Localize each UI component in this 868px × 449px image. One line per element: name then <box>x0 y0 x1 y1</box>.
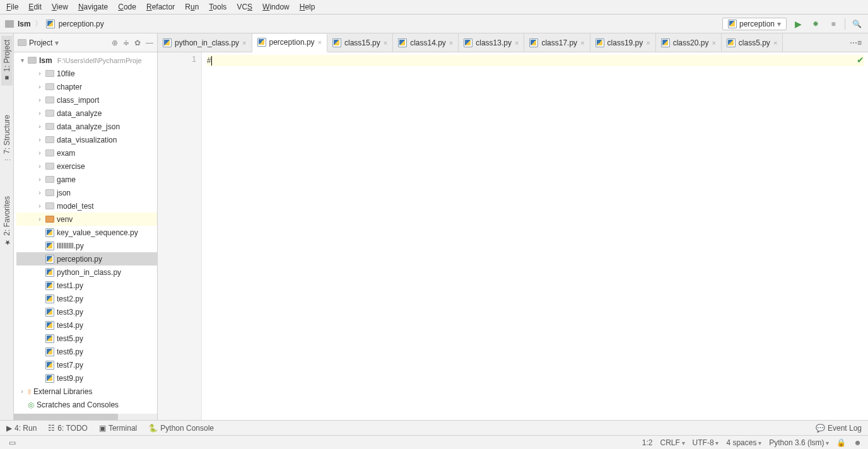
tree-file-test5-py[interactable]: test5.py <box>16 332 157 345</box>
tabs-overflow-icon[interactable]: ⋯≡ <box>846 38 865 47</box>
interpreter-selector[interactable]: Python 3.6 (lsm) <box>769 438 829 447</box>
close-tab-icon[interactable]: × <box>384 39 387 47</box>
tool-tab-structure[interactable]: ⋮ 7: Structure <box>1 111 13 167</box>
file-encoding[interactable]: UTF-8 <box>693 438 719 447</box>
close-tab-icon[interactable]: × <box>580 39 584 47</box>
run-button[interactable]: ▶ <box>792 18 804 30</box>
tree-folder-data_analyze[interactable]: › data_analyze <box>16 107 157 120</box>
tree-folder-class_import[interactable]: › class_import <box>16 93 157 107</box>
editor-tabs: python_in_class.py×perception.py×class15… <box>158 33 868 52</box>
editor-tab-class14-py[interactable]: class14.py× <box>393 33 459 52</box>
tree-folder-data_analyze_json[interactable]: › data_analyze_json <box>16 120 157 133</box>
breadcrumb-file[interactable]: perception.py <box>59 20 104 28</box>
lock-icon[interactable]: 🔒 <box>836 438 846 447</box>
editor-tab-class15-py[interactable]: class15.py× <box>327 33 393 52</box>
search-everywhere-button[interactable]: 🔍 <box>850 18 863 30</box>
menu-file[interactable]: File <box>6 3 18 11</box>
tree-folder-venv[interactable]: › venv <box>16 213 157 226</box>
navigation-toolbar: lsm 〉 perception.py perception ▾ ▶ ✸ ■ 🔍 <box>0 15 868 33</box>
collapse-icon[interactable]: ≑ <box>123 38 129 47</box>
tool-tab-favorites[interactable]: ★ 2: Favorites <box>1 192 13 250</box>
close-tab-icon[interactable]: × <box>515 39 519 47</box>
tool-tab-todo[interactable]: ☷ 6: TODO <box>48 424 88 433</box>
tree-file-test9-py[interactable]: test9.py <box>16 371 157 385</box>
menu-help[interactable]: Help <box>300 3 315 11</box>
chevron-down-icon[interactable]: ▾ <box>55 38 59 47</box>
code-editor[interactable]: 1 # ✔ <box>158 52 868 420</box>
hector-icon[interactable]: ☻ <box>853 438 862 447</box>
close-tab-icon[interactable]: × <box>449 39 453 47</box>
close-tab-icon[interactable]: × <box>712 39 715 47</box>
tree-folder-10file[interactable]: › 10file <box>16 67 157 80</box>
indent-setting[interactable]: 4 spaces <box>726 438 761 447</box>
tree-file-test2-py[interactable]: test2.py <box>16 292 157 305</box>
python-file-icon <box>163 38 172 47</box>
project-pane-title[interactable]: Project <box>29 38 52 47</box>
editor-tab-python_in_class-py[interactable]: python_in_class.py× <box>158 33 252 52</box>
folder-icon <box>5 20 14 28</box>
tree-folder-model_test[interactable]: › model_test <box>16 199 157 213</box>
editor-tab-class13-py[interactable]: class13.py× <box>459 33 524 52</box>
tree-file-test1-py[interactable]: test1.py <box>16 279 157 292</box>
stop-button: ■ <box>827 18 840 30</box>
editor-tab-class5-py[interactable]: class5.py× <box>722 33 783 52</box>
menu-edit[interactable]: Edit <box>28 3 42 11</box>
tree-file-test3-py[interactable]: test3.py <box>16 305 157 318</box>
menu-view[interactable]: View <box>52 3 68 11</box>
tool-tab-project[interactable]: ■ 1: Project <box>1 36 13 86</box>
close-tab-icon[interactable]: × <box>318 38 322 46</box>
inspection-ok-icon[interactable]: ✔ <box>857 55 864 65</box>
locate-icon[interactable]: ⊕ <box>112 38 118 47</box>
menu-code[interactable]: Code <box>118 3 136 11</box>
tree-folder-data_visualization[interactable]: › data_visualization <box>16 133 157 146</box>
editor-tab-perception-py[interactable]: perception.py× <box>252 34 327 52</box>
tree-file-test4-py[interactable]: test4.py <box>16 318 157 332</box>
cursor-position[interactable]: 1:2 <box>642 438 653 447</box>
horizontal-scrollbar[interactable] <box>14 414 157 420</box>
menu-navigate[interactable]: Navigate <box>78 3 108 11</box>
editor-gutter: 1 <box>158 52 202 420</box>
hide-icon[interactable]: — <box>146 38 153 47</box>
editor-tab-class20-py[interactable]: class20.py× <box>656 33 722 52</box>
event-log-button[interactable]: 💬 Event Log <box>816 424 862 433</box>
tool-tab-python-console[interactable]: 🐍 Python Console <box>148 424 214 433</box>
editor-tab-class19-py[interactable]: class19.py× <box>590 33 656 52</box>
line-number: 1 <box>158 55 196 64</box>
line-separator[interactable]: CRLF <box>660 438 684 447</box>
menu-tools[interactable]: Tools <box>209 3 226 11</box>
tree-file-python_in_class-py[interactable]: python_in_class.py <box>16 265 157 279</box>
tool-tab-terminal[interactable]: ▣ Terminal <box>99 424 137 433</box>
tree-file-llllllllll-py[interactable]: llllllllll.py <box>16 239 157 252</box>
tree-folder-chapter[interactable]: › chapter <box>16 80 157 93</box>
tree-external-libraries[interactable]: ›⫴ External Libraries <box>16 385 157 398</box>
close-tab-icon[interactable]: × <box>646 39 650 47</box>
close-tab-icon[interactable]: × <box>242 39 246 47</box>
tree-file-test7-py[interactable]: test7.py <box>16 358 157 371</box>
tree-folder-game[interactable]: › game <box>16 173 157 186</box>
python-file-icon <box>727 38 736 47</box>
breadcrumb-root[interactable]: lsm <box>18 20 31 28</box>
tree-root[interactable]: ▾ lsmF:\Users\dell\PycharmProje <box>16 54 157 67</box>
project-tree[interactable]: ▾ lsmF:\Users\dell\PycharmProje› 10file›… <box>14 52 157 414</box>
code-text: # <box>207 56 211 65</box>
menu-run[interactable]: Run <box>185 3 199 11</box>
tree-folder-json[interactable]: › json <box>16 186 157 199</box>
menu-refactor[interactable]: Refactor <box>146 3 175 11</box>
status-bar-icon[interactable]: ▭ <box>6 438 16 447</box>
tree-file-perception-py[interactable]: perception.py <box>16 252 157 265</box>
tree-scratches[interactable]: ◎ Scratches and Consoles <box>16 398 157 411</box>
run-config-selector[interactable]: perception ▾ <box>722 18 787 30</box>
editor-content[interactable]: # <box>202 52 868 420</box>
debug-button[interactable]: ✸ <box>809 18 822 30</box>
menu-vcs[interactable]: VCS <box>237 3 252 11</box>
tree-folder-exam[interactable]: › exam <box>16 146 157 160</box>
tree-file-test6-py[interactable]: test6.py <box>16 345 157 358</box>
menu-window[interactable]: Window <box>262 3 290 11</box>
close-tab-icon[interactable]: × <box>773 39 777 47</box>
editor-tab-class17-py[interactable]: class17.py× <box>524 33 590 52</box>
tab-label: class15.py <box>344 38 380 47</box>
tree-file-key_value_sequence-py[interactable]: key_value_sequence.py <box>16 226 157 239</box>
tree-folder-exercise[interactable]: › exercise <box>16 160 157 173</box>
tool-tab-run[interactable]: ▶ 4: Run <box>6 424 37 433</box>
settings-gear-icon[interactable]: ✿ <box>134 38 141 47</box>
